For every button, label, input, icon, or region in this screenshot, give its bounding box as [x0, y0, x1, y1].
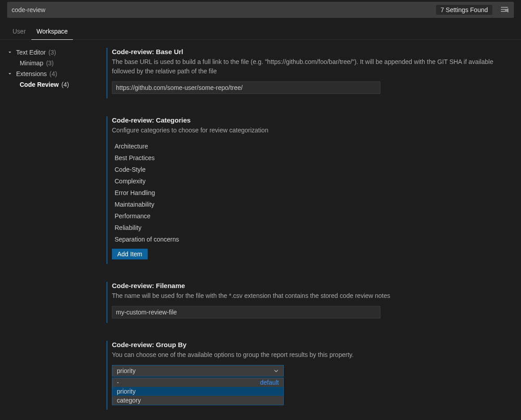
dropdown-option[interactable]: priority: [112, 387, 283, 396]
toc-label: Minimap: [20, 59, 43, 67]
list-item[interactable]: Architecture: [112, 140, 509, 152]
setting-description: Configure categories to choose for revie…: [112, 126, 509, 135]
filename-input[interactable]: [112, 306, 380, 318]
toc-label: Extensions: [16, 70, 47, 77]
list-item[interactable]: Best Practices: [112, 152, 509, 164]
setting-title: Code-review: Filename: [112, 282, 509, 289]
settings-toc: Text Editor (3) Minimap (3) Extensions (…: [0, 40, 98, 420]
toc-count: (4): [49, 70, 57, 77]
chevron-down-icon: [273, 368, 279, 373]
list-item[interactable]: Code-Style: [112, 164, 509, 175]
group-by-dropdown: - default priority category: [112, 378, 284, 405]
setting-categories: Code-review: Categories Configure catego…: [107, 116, 509, 264]
search-input[interactable]: [7, 6, 436, 13]
setting-base-url: Code-review: Base Url The base URL is us…: [107, 48, 509, 98]
setting-description: The base URL is used to build a full lin…: [112, 57, 509, 76]
toc-count: (4): [61, 81, 69, 88]
toc-count: (3): [46, 59, 54, 67]
toc-label: Text Editor: [16, 49, 46, 56]
setting-title: Code-review: Categories: [112, 116, 509, 124]
setting-description: You can choose one of the available opti…: [112, 350, 509, 360]
list-item[interactable]: Maintainability: [112, 199, 509, 210]
default-badge: default: [260, 379, 279, 386]
toc-extensions[interactable]: Extensions (4): [7, 68, 95, 79]
base-url-input[interactable]: [112, 81, 380, 94]
toc-count: (3): [48, 49, 56, 56]
settings-tabs: User Workspace: [0, 21, 521, 40]
dropdown-option[interactable]: category: [112, 396, 283, 405]
add-item-button[interactable]: Add Item: [112, 249, 148, 259]
tab-workspace[interactable]: Workspace: [31, 25, 73, 40]
toc-label: Code Review: [20, 81, 59, 88]
list-item[interactable]: Separation of concerns: [112, 233, 509, 245]
setting-description: The name will be used for the file with …: [112, 291, 509, 301]
setting-filename: Code-review: Filename The name will be u…: [107, 282, 509, 323]
group-by-select[interactable]: priority: [112, 365, 284, 377]
list-item[interactable]: Reliability: [112, 222, 509, 233]
dropdown-option[interactable]: - default: [112, 378, 283, 387]
filter-icon[interactable]: [495, 6, 514, 14]
setting-group-by: Code-review: Group By You can choose one…: [107, 341, 509, 410]
setting-title: Code-review: Base Url: [112, 48, 509, 55]
list-item[interactable]: Complexity: [112, 175, 509, 187]
toc-text-editor[interactable]: Text Editor (3): [7, 47, 95, 58]
categories-list: Architecture Best Practices Code-Style C…: [112, 140, 509, 245]
toc-minimap[interactable]: Minimap (3): [7, 58, 95, 68]
list-item[interactable]: Performance: [112, 210, 509, 222]
chevron-down-icon: [7, 50, 14, 55]
chevron-down-icon: [7, 71, 14, 76]
tab-user[interactable]: User: [7, 25, 31, 40]
search-results-count: 7 Settings Found: [436, 5, 492, 15]
list-item[interactable]: Error Handling: [112, 187, 509, 199]
settings-content: Code-review: Base Url The base URL is us…: [98, 40, 521, 420]
toc-code-review[interactable]: Code Review (4): [7, 79, 95, 90]
setting-title: Code-review: Group By: [112, 341, 509, 348]
select-value: priority: [117, 367, 136, 374]
settings-search-bar: 7 Settings Found: [7, 2, 514, 18]
